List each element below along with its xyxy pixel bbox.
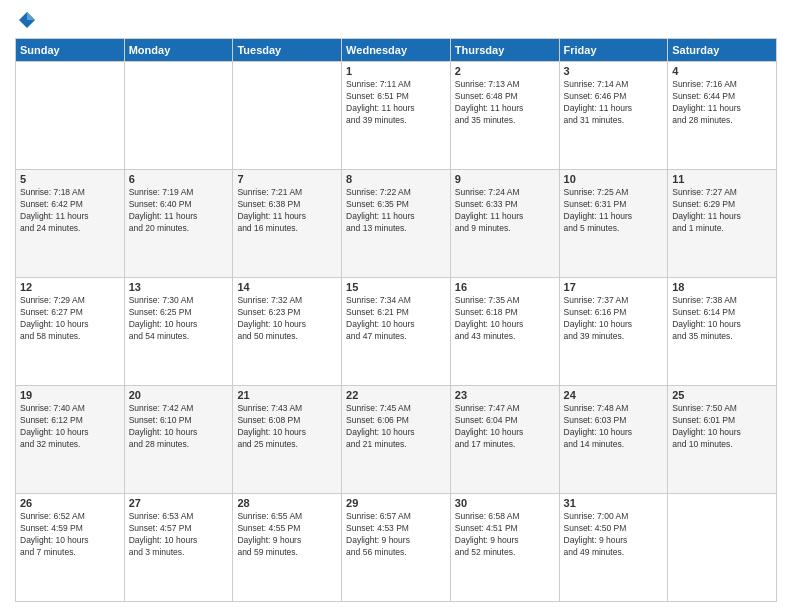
calendar-cell bbox=[668, 494, 777, 602]
calendar-cell: 27Sunrise: 6:53 AM Sunset: 4:57 PM Dayli… bbox=[124, 494, 233, 602]
day-number: 21 bbox=[237, 389, 337, 401]
calendar-cell: 16Sunrise: 7:35 AM Sunset: 6:18 PM Dayli… bbox=[450, 278, 559, 386]
calendar-cell: 21Sunrise: 7:43 AM Sunset: 6:08 PM Dayli… bbox=[233, 386, 342, 494]
day-number: 19 bbox=[20, 389, 120, 401]
day-info: Sunrise: 7:00 AM Sunset: 4:50 PM Dayligh… bbox=[564, 511, 664, 559]
day-number: 23 bbox=[455, 389, 555, 401]
day-info: Sunrise: 7:22 AM Sunset: 6:35 PM Dayligh… bbox=[346, 187, 446, 235]
calendar-cell: 13Sunrise: 7:30 AM Sunset: 6:25 PM Dayli… bbox=[124, 278, 233, 386]
calendar-cell: 25Sunrise: 7:50 AM Sunset: 6:01 PM Dayli… bbox=[668, 386, 777, 494]
calendar-cell bbox=[16, 62, 125, 170]
calendar-week-row: 12Sunrise: 7:29 AM Sunset: 6:27 PM Dayli… bbox=[16, 278, 777, 386]
day-info: Sunrise: 7:38 AM Sunset: 6:14 PM Dayligh… bbox=[672, 295, 772, 343]
calendar-cell: 8Sunrise: 7:22 AM Sunset: 6:35 PM Daylig… bbox=[342, 170, 451, 278]
day-number: 31 bbox=[564, 497, 664, 509]
calendar-header-thursday: Thursday bbox=[450, 39, 559, 62]
day-number: 12 bbox=[20, 281, 120, 293]
day-info: Sunrise: 7:40 AM Sunset: 6:12 PM Dayligh… bbox=[20, 403, 120, 451]
calendar-cell: 29Sunrise: 6:57 AM Sunset: 4:53 PM Dayli… bbox=[342, 494, 451, 602]
logo-icon bbox=[17, 10, 37, 30]
calendar-cell: 12Sunrise: 7:29 AM Sunset: 6:27 PM Dayli… bbox=[16, 278, 125, 386]
day-info: Sunrise: 7:25 AM Sunset: 6:31 PM Dayligh… bbox=[564, 187, 664, 235]
calendar-header-tuesday: Tuesday bbox=[233, 39, 342, 62]
calendar-cell bbox=[233, 62, 342, 170]
calendar-cell: 30Sunrise: 6:58 AM Sunset: 4:51 PM Dayli… bbox=[450, 494, 559, 602]
page: SundayMondayTuesdayWednesdayThursdayFrid… bbox=[0, 0, 792, 612]
day-number: 26 bbox=[20, 497, 120, 509]
day-info: Sunrise: 7:11 AM Sunset: 6:51 PM Dayligh… bbox=[346, 79, 446, 127]
day-number: 3 bbox=[564, 65, 664, 77]
day-info: Sunrise: 7:48 AM Sunset: 6:03 PM Dayligh… bbox=[564, 403, 664, 451]
day-info: Sunrise: 7:29 AM Sunset: 6:27 PM Dayligh… bbox=[20, 295, 120, 343]
day-number: 4 bbox=[672, 65, 772, 77]
day-number: 11 bbox=[672, 173, 772, 185]
logo bbox=[15, 10, 37, 30]
day-number: 30 bbox=[455, 497, 555, 509]
day-info: Sunrise: 6:57 AM Sunset: 4:53 PM Dayligh… bbox=[346, 511, 446, 559]
day-number: 29 bbox=[346, 497, 446, 509]
day-info: Sunrise: 6:58 AM Sunset: 4:51 PM Dayligh… bbox=[455, 511, 555, 559]
day-info: Sunrise: 7:24 AM Sunset: 6:33 PM Dayligh… bbox=[455, 187, 555, 235]
day-number: 17 bbox=[564, 281, 664, 293]
day-info: Sunrise: 7:19 AM Sunset: 6:40 PM Dayligh… bbox=[129, 187, 229, 235]
calendar-cell: 11Sunrise: 7:27 AM Sunset: 6:29 PM Dayli… bbox=[668, 170, 777, 278]
day-number: 22 bbox=[346, 389, 446, 401]
day-info: Sunrise: 6:52 AM Sunset: 4:59 PM Dayligh… bbox=[20, 511, 120, 559]
day-number: 20 bbox=[129, 389, 229, 401]
calendar-cell: 26Sunrise: 6:52 AM Sunset: 4:59 PM Dayli… bbox=[16, 494, 125, 602]
calendar-cell: 19Sunrise: 7:40 AM Sunset: 6:12 PM Dayli… bbox=[16, 386, 125, 494]
day-info: Sunrise: 7:13 AM Sunset: 6:48 PM Dayligh… bbox=[455, 79, 555, 127]
day-number: 13 bbox=[129, 281, 229, 293]
calendar-cell: 2Sunrise: 7:13 AM Sunset: 6:48 PM Daylig… bbox=[450, 62, 559, 170]
day-info: Sunrise: 7:27 AM Sunset: 6:29 PM Dayligh… bbox=[672, 187, 772, 235]
day-number: 5 bbox=[20, 173, 120, 185]
calendar-cell: 9Sunrise: 7:24 AM Sunset: 6:33 PM Daylig… bbox=[450, 170, 559, 278]
svg-marker-1 bbox=[27, 12, 35, 20]
day-info: Sunrise: 7:32 AM Sunset: 6:23 PM Dayligh… bbox=[237, 295, 337, 343]
calendar-cell: 4Sunrise: 7:16 AM Sunset: 6:44 PM Daylig… bbox=[668, 62, 777, 170]
calendar-header-sunday: Sunday bbox=[16, 39, 125, 62]
calendar-cell bbox=[124, 62, 233, 170]
day-number: 6 bbox=[129, 173, 229, 185]
day-info: Sunrise: 7:37 AM Sunset: 6:16 PM Dayligh… bbox=[564, 295, 664, 343]
calendar-cell: 31Sunrise: 7:00 AM Sunset: 4:50 PM Dayli… bbox=[559, 494, 668, 602]
day-number: 10 bbox=[564, 173, 664, 185]
calendar-table: SundayMondayTuesdayWednesdayThursdayFrid… bbox=[15, 38, 777, 602]
day-info: Sunrise: 7:30 AM Sunset: 6:25 PM Dayligh… bbox=[129, 295, 229, 343]
calendar-cell: 5Sunrise: 7:18 AM Sunset: 6:42 PM Daylig… bbox=[16, 170, 125, 278]
calendar-week-row: 1Sunrise: 7:11 AM Sunset: 6:51 PM Daylig… bbox=[16, 62, 777, 170]
calendar-cell: 1Sunrise: 7:11 AM Sunset: 6:51 PM Daylig… bbox=[342, 62, 451, 170]
day-info: Sunrise: 7:45 AM Sunset: 6:06 PM Dayligh… bbox=[346, 403, 446, 451]
calendar-week-row: 19Sunrise: 7:40 AM Sunset: 6:12 PM Dayli… bbox=[16, 386, 777, 494]
calendar-header-monday: Monday bbox=[124, 39, 233, 62]
day-info: Sunrise: 7:18 AM Sunset: 6:42 PM Dayligh… bbox=[20, 187, 120, 235]
day-number: 25 bbox=[672, 389, 772, 401]
day-number: 18 bbox=[672, 281, 772, 293]
calendar-cell: 15Sunrise: 7:34 AM Sunset: 6:21 PM Dayli… bbox=[342, 278, 451, 386]
day-info: Sunrise: 6:55 AM Sunset: 4:55 PM Dayligh… bbox=[237, 511, 337, 559]
day-number: 14 bbox=[237, 281, 337, 293]
day-number: 15 bbox=[346, 281, 446, 293]
day-info: Sunrise: 7:43 AM Sunset: 6:08 PM Dayligh… bbox=[237, 403, 337, 451]
day-info: Sunrise: 6:53 AM Sunset: 4:57 PM Dayligh… bbox=[129, 511, 229, 559]
day-info: Sunrise: 7:47 AM Sunset: 6:04 PM Dayligh… bbox=[455, 403, 555, 451]
day-info: Sunrise: 7:50 AM Sunset: 6:01 PM Dayligh… bbox=[672, 403, 772, 451]
calendar-cell: 23Sunrise: 7:47 AM Sunset: 6:04 PM Dayli… bbox=[450, 386, 559, 494]
calendar-cell: 7Sunrise: 7:21 AM Sunset: 6:38 PM Daylig… bbox=[233, 170, 342, 278]
day-number: 1 bbox=[346, 65, 446, 77]
header bbox=[15, 10, 777, 30]
day-number: 2 bbox=[455, 65, 555, 77]
day-info: Sunrise: 7:21 AM Sunset: 6:38 PM Dayligh… bbox=[237, 187, 337, 235]
day-number: 28 bbox=[237, 497, 337, 509]
day-info: Sunrise: 7:42 AM Sunset: 6:10 PM Dayligh… bbox=[129, 403, 229, 451]
calendar-header-saturday: Saturday bbox=[668, 39, 777, 62]
calendar-cell: 3Sunrise: 7:14 AM Sunset: 6:46 PM Daylig… bbox=[559, 62, 668, 170]
calendar-week-row: 26Sunrise: 6:52 AM Sunset: 4:59 PM Dayli… bbox=[16, 494, 777, 602]
calendar-cell: 22Sunrise: 7:45 AM Sunset: 6:06 PM Dayli… bbox=[342, 386, 451, 494]
day-number: 8 bbox=[346, 173, 446, 185]
day-number: 24 bbox=[564, 389, 664, 401]
calendar-header-friday: Friday bbox=[559, 39, 668, 62]
calendar-header-row: SundayMondayTuesdayWednesdayThursdayFrid… bbox=[16, 39, 777, 62]
day-number: 9 bbox=[455, 173, 555, 185]
calendar-cell: 17Sunrise: 7:37 AM Sunset: 6:16 PM Dayli… bbox=[559, 278, 668, 386]
